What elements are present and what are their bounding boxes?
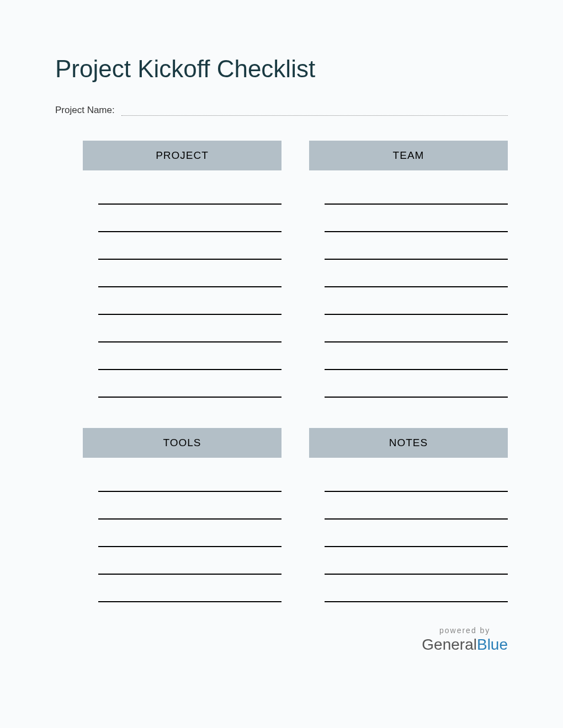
section-header-team: TEAM — [309, 141, 508, 170]
line-item[interactable] — [325, 315, 508, 342]
section-header-tools: TOOLS — [83, 428, 282, 458]
line-item[interactable] — [98, 492, 282, 520]
line-item[interactable] — [325, 492, 508, 520]
brand-part1: General — [422, 636, 477, 653]
project-name-label: Project Name: — [55, 105, 115, 116]
section-notes: NOTES — [309, 428, 508, 602]
line-item[interactable] — [325, 370, 508, 398]
line-item[interactable] — [325, 520, 508, 547]
section-lines-team — [309, 187, 508, 398]
line-item[interactable] — [98, 260, 282, 287]
sections-grid: PROJECT TEAM TOOLS — [55, 141, 508, 602]
powered-by-label: powered by — [422, 626, 508, 635]
line-item[interactable] — [325, 187, 508, 205]
line-item[interactable] — [98, 187, 282, 205]
line-item[interactable] — [98, 205, 282, 232]
section-tools: TOOLS — [83, 428, 282, 602]
line-item[interactable] — [325, 342, 508, 370]
line-item[interactable] — [98, 520, 282, 547]
section-lines-tools — [83, 474, 282, 602]
line-item[interactable] — [98, 232, 282, 260]
line-item[interactable] — [98, 575, 282, 602]
line-item[interactable] — [98, 547, 282, 575]
line-item[interactable] — [98, 370, 282, 398]
page-title: Project Kickoff Checklist — [55, 55, 508, 83]
line-item[interactable] — [98, 287, 282, 315]
footer: powered by GeneralBlue — [422, 626, 508, 654]
project-name-input-line[interactable] — [121, 115, 508, 116]
section-header-project: PROJECT — [83, 141, 282, 170]
line-item[interactable] — [325, 547, 508, 575]
section-team: TEAM — [309, 141, 508, 398]
line-item[interactable] — [325, 232, 508, 260]
section-lines-notes — [309, 474, 508, 602]
section-lines-project — [83, 187, 282, 398]
section-header-notes: NOTES — [309, 428, 508, 458]
line-item[interactable] — [98, 342, 282, 370]
brand-logo: GeneralBlue — [422, 636, 508, 654]
line-item[interactable] — [325, 575, 508, 602]
line-item[interactable] — [98, 474, 282, 492]
line-item[interactable] — [325, 287, 508, 315]
line-item[interactable] — [98, 315, 282, 342]
brand-part2: Blue — [477, 636, 508, 653]
line-item[interactable] — [325, 205, 508, 232]
project-name-row: Project Name: — [55, 105, 508, 116]
section-project: PROJECT — [83, 141, 282, 398]
line-item[interactable] — [325, 260, 508, 287]
line-item[interactable] — [325, 474, 508, 492]
